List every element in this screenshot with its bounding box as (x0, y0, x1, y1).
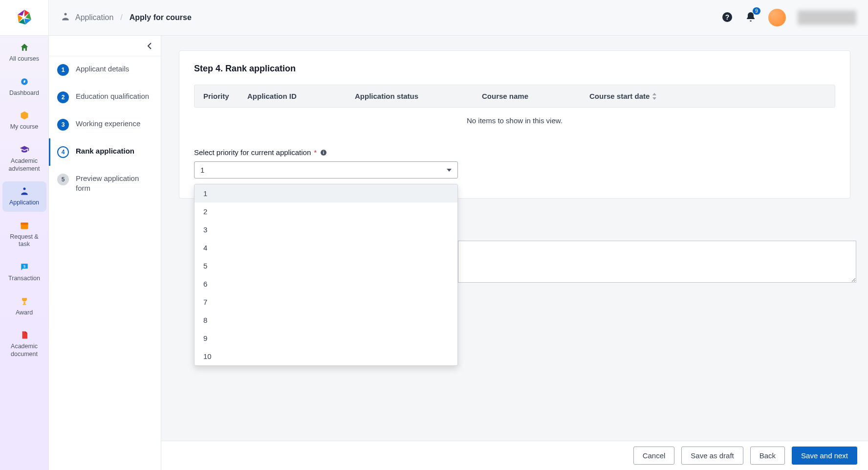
sidebar-item-label: Application (9, 199, 39, 207)
sidebar-item-label: Academic advisement (4, 157, 44, 173)
calendar-icon (20, 221, 29, 230)
breadcrumb-section[interactable]: Application (75, 13, 113, 22)
svg-text:i: i (323, 150, 324, 155)
chevron-left-icon (147, 43, 152, 49)
step-education-qualification[interactable]: 2 Education qualification (49, 84, 161, 111)
priority-option[interactable]: 1 (195, 184, 457, 202)
sidebar-item-label: All courses (9, 55, 39, 63)
topbar-right: ? 9 (721, 9, 856, 26)
sidebar-item-label: Dashboard (9, 90, 39, 97)
col-course-name: Course name (482, 92, 589, 100)
priority-dropdown: 12345678910 (194, 184, 458, 366)
priority-option[interactable]: 7 (195, 293, 457, 311)
person-reading-icon (61, 12, 70, 23)
table-empty-message: No items to show in this view. (194, 108, 835, 134)
sidebar-item-all-courses[interactable]: All courses (2, 38, 46, 68)
priority-field-label: Select priority for current application … (194, 148, 835, 157)
help-button[interactable]: ? (721, 11, 733, 24)
col-course-start-date[interactable]: Course start date (589, 92, 826, 100)
col-label: Course start date (589, 92, 650, 100)
col-priority: Priority (203, 92, 247, 100)
sort-icon (652, 93, 657, 100)
breadcrumb-current: Apply for course (130, 13, 192, 22)
priority-option[interactable]: 8 (195, 311, 457, 329)
sidebar-item-label: Transaction (8, 275, 40, 283)
step-preview-application-form[interactable]: 5 Preview application form (49, 166, 161, 201)
sidebar-item-label: Request & task (4, 233, 44, 248)
step-label: Applicant details (76, 64, 129, 74)
sidebar-item-award[interactable]: Award (2, 291, 46, 322)
icon-sidebar: All courses Dashboard My course Academic… (0, 0, 49, 470)
priority-option[interactable]: 6 (195, 275, 457, 293)
field-label-text: Select priority for current application (194, 148, 311, 157)
priority-select[interactable]: 1 (194, 161, 458, 179)
home-icon (20, 43, 29, 52)
priority-option[interactable]: 4 (195, 239, 457, 257)
step-number: 2 (57, 91, 69, 103)
collapse-steps-button[interactable] (49, 36, 161, 56)
priority-option[interactable]: 5 (195, 257, 457, 275)
step-number: 1 (57, 64, 69, 76)
step-number: 4 (57, 146, 69, 158)
step-label: Education qualification (76, 91, 149, 101)
notifications-badge: 9 (753, 7, 760, 15)
help-icon: ? (721, 11, 733, 23)
priority-option[interactable]: 3 (195, 221, 457, 239)
step-applicant-details[interactable]: 1 Applicant details (49, 56, 161, 84)
priority-selected-value: 1 (200, 166, 204, 174)
col-application-id: Application ID (247, 92, 355, 100)
step-number: 3 (57, 119, 69, 131)
step-rank-application[interactable]: 4 Rank application (49, 138, 161, 166)
save-draft-button[interactable]: Save as draft (681, 447, 743, 465)
sidebar-item-transaction[interactable]: $ Transaction (2, 257, 46, 288)
svg-text:?: ? (725, 13, 730, 21)
sidebar-item-my-course[interactable]: My course (2, 106, 46, 136)
main-content: Step 4. Rank application Priority Applic… (161, 36, 868, 441)
priority-option[interactable]: 10 (195, 347, 457, 365)
caret-down-icon (447, 169, 452, 172)
step-working-experience[interactable]: 3 Working experience (49, 111, 161, 138)
trophy-icon (20, 296, 29, 306)
pdf-file-icon (20, 330, 29, 340)
sidebar-item-request-task[interactable]: Request & task (2, 216, 46, 253)
footer: Cancel Save as draft Back Save and next (161, 441, 868, 470)
card: Step 4. Rank application Priority Applic… (179, 50, 850, 199)
svg-point-5 (65, 13, 67, 16)
breadcrumb: Application / Apply for course (61, 12, 192, 23)
sidebar-item-dashboard[interactable]: Dashboard (2, 72, 46, 102)
sidebar-item-label: Academic document (4, 343, 44, 358)
step-label: Working experience (76, 119, 140, 129)
avatar[interactable] (768, 9, 786, 26)
sidebar-item-application[interactable]: Application (2, 181, 46, 212)
table-header: Priority Application ID Application stat… (194, 85, 835, 108)
sidebar-item-label: My course (10, 123, 39, 131)
priority-option[interactable]: 2 (195, 202, 457, 221)
page-title: Step 4. Rank application (194, 64, 835, 74)
info-icon[interactable]: i (320, 149, 327, 157)
graduation-cap-icon (20, 145, 29, 155)
step-label: Preview application form (76, 174, 154, 193)
step-label: Rank application (76, 146, 134, 156)
save-next-button[interactable]: Save and next (792, 447, 857, 465)
cancel-button[interactable]: Cancel (633, 447, 675, 465)
compass-icon (20, 77, 29, 87)
col-application-status: Application status (355, 92, 482, 100)
notifications-button[interactable]: 9 (745, 11, 757, 24)
person-reading-icon (20, 186, 29, 196)
step-number: 5 (57, 174, 69, 185)
sidebar-item-academic-document[interactable]: Academic document (2, 325, 46, 363)
box-icon (20, 111, 29, 120)
notes-textarea[interactable] (458, 241, 856, 283)
breadcrumb-separator: / (120, 13, 122, 22)
chat-money-icon: $ (20, 262, 29, 272)
steps-sidebar: 1 Applicant details 2 Education qualific… (49, 36, 161, 470)
svg-rect-3 (21, 223, 28, 224)
priority-option[interactable]: 9 (195, 329, 457, 347)
topbar: Application / Apply for course ? 9 (49, 0, 868, 36)
sidebar-item-label: Award (16, 309, 33, 317)
required-asterisk: * (314, 148, 317, 157)
sidebar-item-academic-advisement[interactable]: Academic advisement (2, 140, 46, 178)
app-logo (0, 0, 48, 36)
username-redacted (798, 10, 856, 25)
back-button[interactable]: Back (750, 447, 785, 465)
